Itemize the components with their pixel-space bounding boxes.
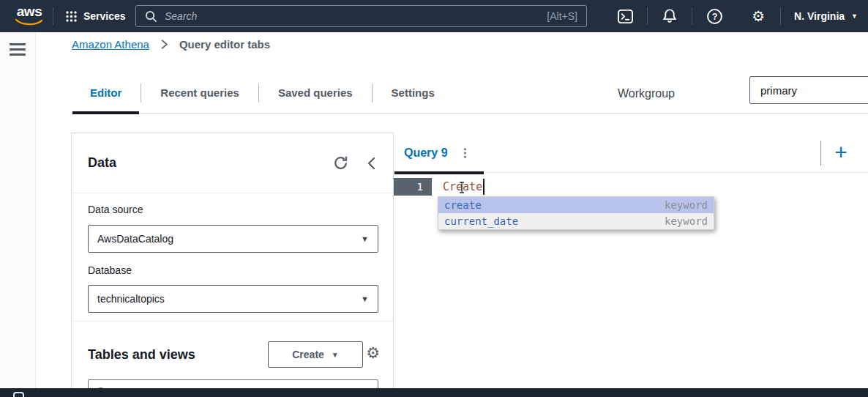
database-label: Database (88, 264, 132, 276)
text-caret (483, 179, 484, 195)
autocomplete-popup: create keyword current_date keyword (438, 196, 714, 230)
breadcrumb-chevron-icon (158, 38, 171, 51)
ibeam-mouse-cursor-icon (458, 182, 465, 193)
data-panel-title: Data (88, 155, 116, 171)
workgroup-label: Workgroup (618, 87, 675, 100)
gear-icon: ⚙ (366, 346, 380, 360)
breadcrumb-current: Query editor tabs (179, 38, 270, 51)
region-label: N. Virginia (794, 10, 845, 22)
aws-smile-icon (15, 18, 44, 26)
data-source-label: Data source (88, 204, 143, 215)
services-label: Services (83, 10, 126, 22)
refresh-icon (333, 155, 348, 171)
tab-editor[interactable]: Editor (71, 73, 141, 113)
code-editor[interactable]: 1 Create (394, 178, 868, 196)
data-panel-header: Data (88, 133, 377, 193)
tab-saved-queries[interactable]: Saved queries (259, 73, 372, 113)
caret-down-icon: ▼ (851, 12, 858, 20)
settings-button[interactable]: ⚙ (749, 7, 768, 26)
workgroup-select[interactable]: primary (749, 76, 868, 104)
autocomplete-item-current-date[interactable]: current_date keyword (438, 213, 714, 229)
nav-utilities: ? ⚙ N. Virginia ▼ (603, 0, 858, 32)
nav-divider (53, 7, 53, 25)
nav-divider (692, 7, 692, 25)
os-taskbar (0, 388, 868, 397)
help-button[interactable]: ? (705, 7, 724, 26)
panel-divider (72, 321, 393, 322)
refresh-button[interactable] (333, 155, 348, 171)
aws-logo[interactable]: aws (13, 4, 45, 28)
cloudshell-terminal-icon (617, 9, 634, 24)
kebab-icon: ⋮ (460, 146, 471, 159)
nav-divider (647, 7, 648, 25)
data-panel: Data Data source AwsDataCatalog ▼ Databa… (71, 133, 394, 397)
tab-recent-queries[interactable]: Recent queries (141, 73, 258, 113)
cloudshell-button[interactable] (616, 7, 635, 26)
search-shortcut-hint: [Alt+S] (547, 10, 577, 22)
taskbar-app-icon[interactable] (13, 392, 24, 397)
svg-text:?: ? (711, 12, 717, 22)
console-tabs-row: Editor Recent queries Saved queries Sett… (71, 73, 868, 114)
services-grid-icon (66, 11, 77, 22)
query-tab-menu-button[interactable]: ⋮ (457, 146, 474, 160)
database-select[interactable]: technicaltopics ▼ (88, 285, 378, 313)
breadcrumb-link-athena[interactable]: Amazon Athena (72, 38, 149, 51)
query-tab-title: Query 9 (404, 146, 448, 160)
caret-down-icon: ▼ (361, 294, 369, 303)
collapse-panel-button[interactable] (366, 156, 377, 171)
global-search[interactable]: [Alt+S] (135, 5, 587, 27)
panel-divider (72, 193, 393, 193)
top-navigation-bar: aws Services [Alt+S] (0, 0, 868, 32)
tab-settings[interactable]: Settings (373, 73, 454, 113)
tab-bar-divider (820, 141, 821, 166)
chevron-left-icon (366, 156, 377, 171)
breadcrumb: Amazon Athena Query editor tabs (72, 32, 270, 56)
autocomplete-item-create[interactable]: create keyword (438, 197, 714, 213)
data-source-select[interactable]: AwsDataCatalog ▼ (88, 225, 378, 253)
services-menu-button[interactable]: Services (66, 0, 126, 32)
aws-logo-text: aws (13, 4, 45, 18)
tables-and-views-header: Tables and views Create ▼ ⚙ (88, 333, 377, 376)
side-navigation-rail (0, 32, 36, 388)
region-selector[interactable]: N. Virginia ▼ (794, 10, 858, 22)
line-number-gutter: 1 (394, 178, 432, 196)
query-tab[interactable]: Query 9 ⋮ (394, 133, 484, 173)
tables-and-views-title: Tables and views (88, 347, 195, 363)
caret-down-icon: ▼ (332, 351, 339, 359)
gear-icon: ⚙ (752, 9, 765, 23)
line-number: 1 (417, 181, 423, 193)
help-question-icon: ? (706, 8, 723, 25)
search-icon (145, 10, 157, 23)
create-table-button[interactable]: Create ▼ (268, 341, 363, 368)
new-query-tab-button[interactable]: + (827, 138, 855, 166)
hamburger-menu-button[interactable] (10, 43, 26, 56)
bell-icon (662, 8, 678, 24)
caret-down-icon: ▼ (361, 234, 369, 243)
search-input[interactable] (165, 10, 539, 22)
query-tab-bar: Query 9 ⋮ + (394, 133, 868, 173)
notifications-button[interactable] (660, 7, 679, 26)
tables-settings-button[interactable]: ⚙ (366, 346, 380, 360)
nav-divider (780, 7, 781, 25)
query-editor-panel: Query 9 ⋮ + 1 Create create keyword curr… (394, 133, 868, 388)
